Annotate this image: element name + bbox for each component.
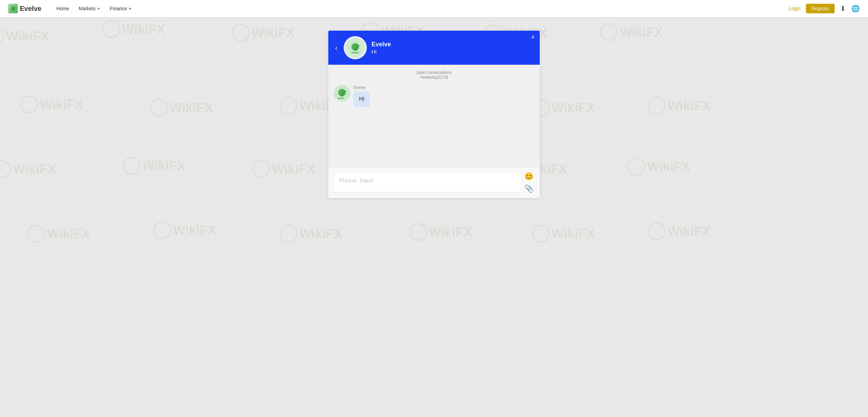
attachment-button[interactable]: 📎 (524, 184, 534, 194)
nav-links: Home Markets ▼ Finance ▼ (52, 3, 789, 14)
message-avatar-logo: evelve (336, 87, 348, 99)
download-icon[interactable]: ⬇ (840, 4, 846, 13)
chat-broker-name: Evelve (372, 41, 533, 48)
navbar-right: Login Register ⬇ 🌐 (789, 4, 860, 13)
login-link[interactable]: Login (789, 6, 800, 11)
nav-markets[interactable]: Markets ▼ (75, 3, 105, 14)
chat-avatar-logo: evelve (349, 41, 362, 54)
globe-icon[interactable]: 🌐 (851, 4, 860, 13)
chat-header-status: HI (372, 49, 533, 55)
main-content: ‹ evelve Evelve HI ▲ (start (0, 17, 868, 205)
chat-avatar-inner: evelve (345, 38, 365, 58)
message-row: evelve Evelve HI (334, 85, 534, 107)
emoji-icon: 😊 (524, 172, 534, 181)
chat-window: ‹ evelve Evelve HI ▲ (start (328, 31, 540, 198)
chat-start-notice: (start conversation) Yesterday22:59 (334, 70, 534, 80)
message-content: Evelve HI (354, 85, 370, 107)
chat-input-icons: 😊 📎 (524, 171, 534, 194)
chat-header-avatar: evelve (344, 36, 367, 59)
chat-input-row: 😊 📎 (334, 171, 534, 194)
scroll-top-indicator: ▲ (530, 33, 536, 40)
brand-icon (8, 4, 18, 13)
brand-name: Evelve (20, 5, 41, 13)
chat-messages[interactable]: (start conversation) Yesterday22:59 evel… (328, 65, 540, 167)
finance-arrow-icon: ▼ (128, 7, 132, 11)
emoji-button[interactable]: 😊 (524, 171, 534, 182)
chat-back-button[interactable]: ‹ (335, 44, 338, 52)
message-avatar: evelve (334, 85, 350, 102)
nav-home[interactable]: Home (52, 3, 73, 14)
svg-text:evelve: evelve (351, 51, 359, 54)
chat-header-info: Evelve HI (372, 41, 533, 55)
message-bubble: HI (354, 91, 370, 107)
chat-timestamp: Yesterday22:59 (420, 75, 448, 80)
markets-arrow-icon: ▼ (97, 7, 101, 11)
leaf-icon (10, 5, 16, 12)
nav-finance[interactable]: Finance ▼ (106, 3, 136, 14)
chat-input-area: 😊 📎 (328, 167, 540, 198)
navbar: Evelve Home Markets ▼ Finance ▼ Login Re… (0, 0, 868, 17)
chat-header: ‹ evelve Evelve HI ▲ (328, 31, 540, 65)
chat-input[interactable] (334, 173, 521, 192)
register-button[interactable]: Register (806, 4, 835, 13)
svg-text:evelve: evelve (338, 97, 344, 99)
message-sender: Evelve (354, 85, 370, 90)
attachment-icon: 📎 (524, 184, 534, 193)
brand-logo[interactable]: Evelve (8, 4, 41, 13)
